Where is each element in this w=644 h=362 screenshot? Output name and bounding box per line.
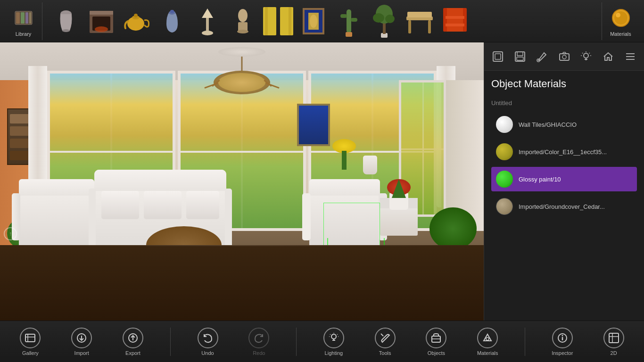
furniture-item-cactus[interactable] xyxy=(332,5,365,38)
tools-button[interactable]: Tools xyxy=(371,323,399,361)
svg-rect-32 xyxy=(346,32,352,37)
panel-tool-object[interactable] xyxy=(489,47,507,66)
svg-point-20 xyxy=(237,30,248,33)
import-button[interactable]: Import xyxy=(67,323,96,361)
import-icon xyxy=(71,328,92,348)
svg-rect-4 xyxy=(29,12,31,24)
svg-point-36 xyxy=(373,13,384,23)
svg-point-37 xyxy=(385,15,395,23)
objects-icon xyxy=(426,328,446,348)
svg-rect-30 xyxy=(340,14,347,18)
armchair-left xyxy=(19,193,94,250)
floor xyxy=(0,245,484,321)
2d-button[interactable]: 2D xyxy=(600,323,628,361)
svg-rect-53 xyxy=(517,52,523,56)
section-title: Untitled xyxy=(491,99,637,107)
library-button[interactable]: Library xyxy=(5,2,42,40)
material-name-4: Imported/Groundcover_Cedar... xyxy=(519,203,605,210)
svg-rect-41 xyxy=(407,12,432,17)
svg-rect-43 xyxy=(443,8,447,32)
flower-arrangement xyxy=(387,181,411,210)
svg-rect-29 xyxy=(347,9,351,33)
furniture-item-table[interactable] xyxy=(403,5,436,38)
furniture-item-teapot[interactable] xyxy=(120,5,153,38)
material-item-1[interactable]: Wall Tiles/GHIACCIO xyxy=(491,112,637,137)
svg-rect-31 xyxy=(351,18,357,22)
svg-point-57 xyxy=(562,55,566,59)
svg-rect-40 xyxy=(428,20,431,33)
undo-button[interactable]: Undo xyxy=(194,323,222,361)
objects-button[interactable]: Objects xyxy=(422,323,450,361)
viewport[interactable]: ↑ xyxy=(0,42,484,321)
furniture-item-fireplace[interactable] xyxy=(85,5,118,38)
material-item-3[interactable]: Glossy paint/10 xyxy=(491,167,637,191)
panel-tool-home[interactable] xyxy=(599,47,618,66)
svg-rect-2 xyxy=(21,12,25,24)
tools-icon xyxy=(375,328,396,348)
gallery-button[interactable]: Gallery xyxy=(16,323,44,361)
panel-tool-light[interactable] xyxy=(577,47,595,66)
inspector-button[interactable]: Inspector xyxy=(548,323,577,361)
svg-rect-56 xyxy=(560,54,569,60)
gallery-icon xyxy=(20,328,41,348)
right-panel: Object Materials Untitled Wall Tiles/GHI… xyxy=(484,42,644,321)
material-swatch-4 xyxy=(496,198,513,215)
panel-tool-camera[interactable] xyxy=(555,47,573,66)
material-swatch-3 xyxy=(496,171,513,188)
svg-rect-45 xyxy=(446,16,464,19)
furniture-item-display[interactable] xyxy=(438,5,471,38)
separator-1 xyxy=(170,328,171,356)
svg-rect-1 xyxy=(16,12,20,24)
furniture-item-lamp[interactable] xyxy=(191,5,224,38)
main-area: ↑ xyxy=(0,42,644,321)
furniture-item-sculpture[interactable] xyxy=(226,5,259,38)
material-item-4[interactable]: Imported/Groundcover_Cedar... xyxy=(491,194,637,219)
2d-label: 2D xyxy=(611,350,617,356)
inspector-label: Inspector xyxy=(552,350,573,356)
svg-point-18 xyxy=(238,9,248,22)
svg-rect-22 xyxy=(265,7,268,35)
undo-label: Undo xyxy=(201,350,214,356)
export-icon xyxy=(123,328,143,348)
material-swatch-2 xyxy=(496,143,513,160)
panel-tool-paint[interactable] xyxy=(533,47,551,66)
picture-frame xyxy=(297,104,330,146)
materials-button[interactable]: Materials xyxy=(602,2,639,40)
furniture-item-art-frame[interactable] xyxy=(297,5,330,38)
export-button[interactable]: Export xyxy=(119,323,147,361)
svg-point-28 xyxy=(310,15,317,28)
materials-icon xyxy=(609,6,633,30)
room-scene: ↑ xyxy=(0,42,484,321)
chandelier xyxy=(214,71,270,108)
scroll-indicator[interactable]: ↑ xyxy=(4,227,17,240)
materials-bottom-button[interactable]: Materials xyxy=(473,323,502,361)
redo-button[interactable]: Redo xyxy=(245,323,273,361)
svg-rect-51 xyxy=(495,54,501,59)
panel-tool-save[interactable] xyxy=(511,47,529,66)
panel-toolbar xyxy=(484,42,644,71)
furniture-item-blue-vase[interactable] xyxy=(156,5,189,38)
tools-label: Tools xyxy=(379,350,391,356)
gallery-label: Gallery xyxy=(22,350,39,356)
furniture-row xyxy=(45,5,602,38)
side-table xyxy=(380,207,418,236)
inspector-icon xyxy=(552,328,573,348)
panel-tool-list[interactable] xyxy=(621,47,639,66)
material-item-2[interactable]: Imported/Color_E16__1eccf35... xyxy=(491,140,637,164)
furniture-item-tall-plant[interactable] xyxy=(368,5,401,38)
lighting-button[interactable]: Lighting xyxy=(320,323,348,361)
import-label: Import xyxy=(74,350,89,356)
svg-rect-42 xyxy=(446,8,464,32)
svg-point-70 xyxy=(486,337,489,340)
materials-label: Materials xyxy=(610,31,631,37)
ceiling-medallion xyxy=(218,47,265,57)
furniture-item-curtains[interactable] xyxy=(262,5,295,38)
lighting-icon xyxy=(323,328,344,348)
furniture-item-vase[interactable] xyxy=(50,5,83,38)
table-vase xyxy=(363,156,377,174)
svg-point-48 xyxy=(614,11,627,25)
svg-rect-15 xyxy=(170,10,174,13)
redo-label: Redo xyxy=(253,350,265,356)
lighting-label: Lighting xyxy=(325,350,343,356)
svg-point-67 xyxy=(331,334,336,339)
